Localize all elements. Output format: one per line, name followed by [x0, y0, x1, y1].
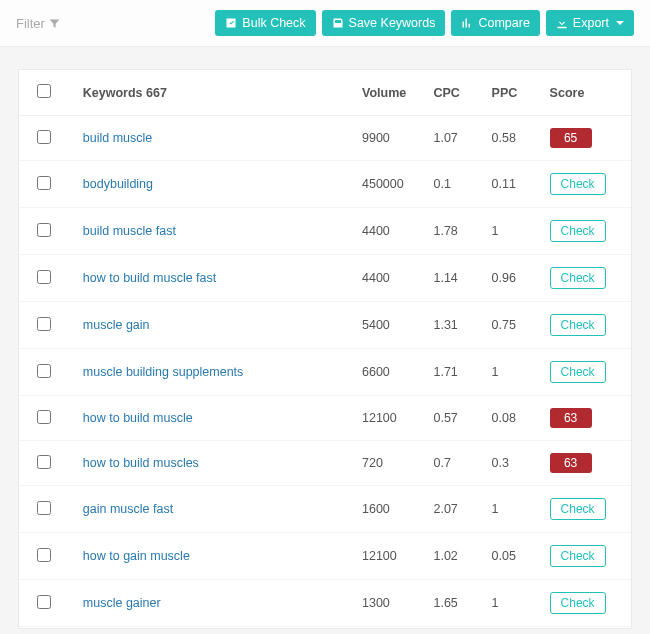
keywords-panel: Keywords 667 Volume CPC PPC Score build … [18, 69, 632, 629]
ppc-cell: 1 [484, 580, 542, 627]
table-row: muscle gainer13001.651Check [19, 580, 631, 627]
header-score[interactable]: Score [542, 70, 631, 116]
save-keywords-button[interactable]: Save Keywords [322, 10, 446, 36]
table-row: build muscle99001.070.5865 [19, 116, 631, 161]
volume-cell: 6600 [354, 349, 425, 396]
check-button[interactable]: Check [550, 592, 606, 614]
check-button[interactable]: Check [550, 314, 606, 336]
check-button[interactable]: Check [550, 545, 606, 567]
keyword-link[interactable]: how to build muscle fast [83, 271, 216, 285]
keyword-link[interactable]: muscle gain [83, 318, 150, 332]
score-cell: Check [542, 255, 631, 302]
keyword-cell: muscle mass [75, 627, 354, 629]
table-row: build muscle fast44001.781Check [19, 208, 631, 255]
row-checkbox[interactable] [37, 317, 51, 331]
volume-cell: 12100 [354, 533, 425, 580]
table-row: muscle gain54001.310.75Check [19, 302, 631, 349]
row-checkbox-cell [19, 255, 75, 302]
header-volume[interactable]: Volume [354, 70, 425, 116]
keyword-link[interactable]: how to build muscles [83, 456, 199, 470]
keyword-link[interactable]: gain muscle fast [83, 502, 173, 516]
row-checkbox[interactable] [37, 176, 51, 190]
filter-control[interactable]: Filter [16, 16, 60, 31]
table-header-row: Keywords 667 Volume CPC PPC Score [19, 70, 631, 116]
keyword-link[interactable]: muscle building supplements [83, 365, 244, 379]
score-cell: Check [542, 486, 631, 533]
save-keywords-label: Save Keywords [349, 16, 436, 30]
row-checkbox[interactable] [37, 223, 51, 237]
volume-cell: 5400 [354, 302, 425, 349]
score-cell: Check [542, 533, 631, 580]
row-checkbox[interactable] [37, 130, 51, 144]
ppc-cell: 0.3 [484, 441, 542, 486]
cpc-cell: 2.07 [425, 486, 483, 533]
row-checkbox-cell [19, 349, 75, 396]
row-checkbox[interactable] [37, 410, 51, 424]
header-keywords[interactable]: Keywords 667 [75, 70, 354, 116]
toolbar: Filter Bulk Check Save Keywords Compare … [0, 0, 650, 47]
volume-cell: 4400 [354, 255, 425, 302]
row-checkbox-cell [19, 580, 75, 627]
cpc-cell: 1.07 [425, 116, 483, 161]
check-button[interactable]: Check [550, 220, 606, 242]
select-all-checkbox[interactable] [37, 84, 51, 98]
ppc-cell: 0.53 [484, 627, 542, 629]
score-badge: 65 [550, 128, 592, 148]
cpc-cell: 2.03 [425, 627, 483, 629]
volume-cell: 9900 [354, 116, 425, 161]
cpc-cell: 1.71 [425, 349, 483, 396]
keyword-cell: how to build muscle [75, 396, 354, 441]
volume-cell: 4400 [354, 208, 425, 255]
table-scroll[interactable]: Keywords 667 Volume CPC PPC Score build … [19, 70, 631, 628]
table-row: how to build muscles7200.70.363 [19, 441, 631, 486]
keyword-link[interactable]: bodybuilding [83, 177, 153, 191]
header-cpc[interactable]: CPC [425, 70, 483, 116]
cpc-cell: 0.7 [425, 441, 483, 486]
ppc-cell: 0.11 [484, 161, 542, 208]
ppc-cell: 1 [484, 208, 542, 255]
table-row: muscle building supplements66001.711Chec… [19, 349, 631, 396]
row-checkbox-cell [19, 441, 75, 486]
export-button[interactable]: Export [546, 10, 634, 36]
score-cell: 65 [542, 116, 631, 161]
download-icon [556, 17, 568, 29]
row-checkbox[interactable] [37, 501, 51, 515]
score-cell: 63 [542, 396, 631, 441]
row-checkbox[interactable] [37, 364, 51, 378]
row-checkbox-cell [19, 302, 75, 349]
row-checkbox[interactable] [37, 595, 51, 609]
keyword-cell: how to build muscle fast [75, 255, 354, 302]
header-ppc[interactable]: PPC [484, 70, 542, 116]
toolbar-actions: Bulk Check Save Keywords Compare Export [215, 10, 634, 36]
check-button[interactable]: Check [550, 498, 606, 520]
keyword-link[interactable]: build muscle [83, 131, 152, 145]
keyword-cell: gain muscle fast [75, 486, 354, 533]
cpc-cell: 1.14 [425, 255, 483, 302]
keyword-link[interactable]: how to gain muscle [83, 549, 190, 563]
header-checkbox-cell [19, 70, 75, 116]
table-row: how to build muscle121000.570.0863 [19, 396, 631, 441]
keyword-link[interactable]: build muscle fast [83, 224, 176, 238]
table-row: bodybuilding4500000.10.11Check [19, 161, 631, 208]
row-checkbox[interactable] [37, 270, 51, 284]
row-checkbox-cell [19, 486, 75, 533]
keyword-cell: muscle gain [75, 302, 354, 349]
filter-icon [49, 18, 60, 29]
table-row: gain muscle fast16002.071Check [19, 486, 631, 533]
bulk-check-button[interactable]: Bulk Check [215, 10, 315, 36]
cpc-cell: 1.78 [425, 208, 483, 255]
row-checkbox[interactable] [37, 455, 51, 469]
cpc-cell: 1.02 [425, 533, 483, 580]
keyword-link[interactable]: muscle gainer [83, 596, 161, 610]
check-button[interactable]: Check [550, 361, 606, 383]
compare-label: Compare [478, 16, 529, 30]
keyword-link[interactable]: how to build muscle [83, 411, 193, 425]
row-checkbox[interactable] [37, 548, 51, 562]
volume-cell: 450000 [354, 161, 425, 208]
check-button[interactable]: Check [550, 173, 606, 195]
check-button[interactable]: Check [550, 267, 606, 289]
table-row: how to build muscle fast44001.140.96Chec… [19, 255, 631, 302]
compare-button[interactable]: Compare [451, 10, 539, 36]
score-cell: Check [542, 161, 631, 208]
volume-cell: 3600 [354, 627, 425, 629]
